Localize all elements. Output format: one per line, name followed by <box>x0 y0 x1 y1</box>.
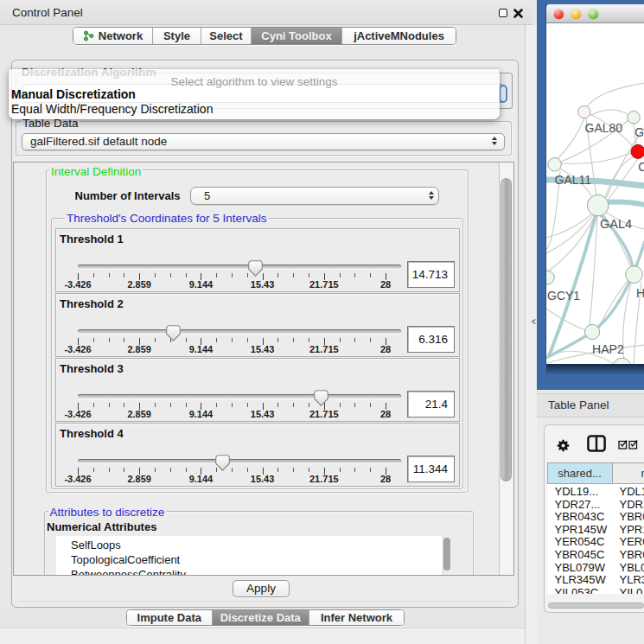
svg-text:GAL4: GAL4 <box>600 217 632 231</box>
svg-text:CY: CY <box>638 160 644 174</box>
svg-text:GCY1: GCY1 <box>547 289 580 303</box>
svg-text:GAL11: GAL11 <box>554 173 591 187</box>
svg-text:HIS: HIS <box>636 286 644 300</box>
svg-text:GA: GA <box>634 125 644 139</box>
svg-text:GAL80: GAL80 <box>584 121 622 135</box>
svg-text:HAP2: HAP2 <box>592 342 624 356</box>
